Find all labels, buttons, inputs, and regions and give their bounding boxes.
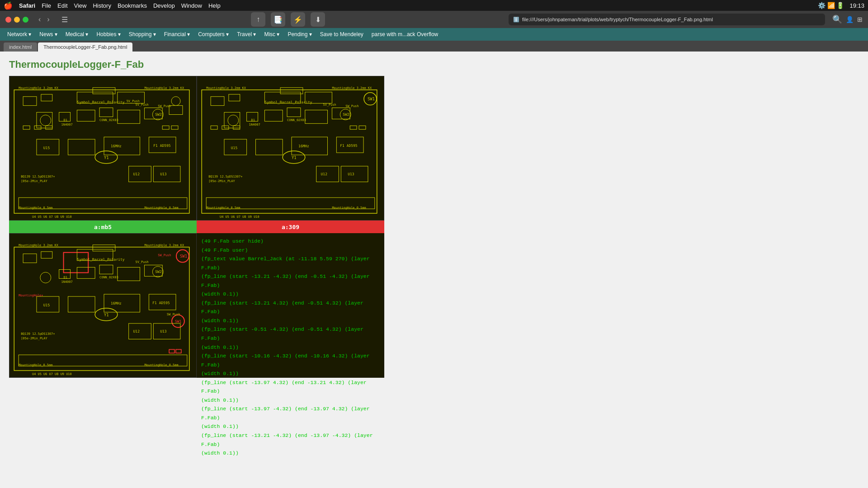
bm-mendeley[interactable]: Save to Mendeley bbox=[316, 30, 367, 38]
pcb-top-right: SW1 Y1 U15 16MHz F1 AD595 bbox=[197, 76, 384, 221]
svg-text:U13: U13 bbox=[160, 172, 167, 176]
search-icon[interactable]: 🔍 bbox=[832, 14, 842, 24]
window-menu[interactable]: Window bbox=[181, 2, 202, 9]
close-button[interactable] bbox=[5, 17, 11, 23]
apple-menu[interactable]: 🍎 bbox=[4, 1, 13, 10]
download-icon[interactable]: ⬇ bbox=[311, 12, 325, 27]
nav-buttons: ‹ › bbox=[36, 14, 52, 24]
code-line: (width 0.1)) bbox=[201, 369, 380, 378]
code-line: (width 0.1)) bbox=[201, 343, 380, 352]
bookmark-bar: Network ▾ News ▾ Medical ▾ Hobbies ▾ Sho… bbox=[0, 28, 868, 41]
bm-computers[interactable]: Computers ▾ bbox=[194, 30, 232, 38]
svg-text:D1: D1 bbox=[64, 276, 67, 279]
edit-menu[interactable]: Edit bbox=[57, 2, 67, 9]
svg-text:MountingHole_3.2mm_KX: MountingHole_3.2mm_KX bbox=[206, 86, 246, 90]
code-line: (fp_line (start -13.97 4.32) (end -13.21… bbox=[201, 378, 380, 396]
svg-text:U15: U15 bbox=[43, 146, 50, 150]
pcb-top-right-container: SW1 Y1 U15 16MHz F1 AD595 bbox=[197, 76, 384, 233]
menu-bar: 🍎 Safari File Edit View History Bookmark… bbox=[0, 0, 868, 11]
svg-text:SW_Push: SW_Push bbox=[158, 104, 171, 108]
pcb-top-left-label: a:mb5 bbox=[9, 221, 197, 233]
svg-text:D1: D1 bbox=[251, 118, 255, 122]
svg-text:SW_Push: SW_Push bbox=[158, 253, 171, 257]
bm-hobbies[interactable]: Hobbies ▾ bbox=[93, 30, 124, 38]
svg-text:U13: U13 bbox=[348, 172, 354, 176]
svg-text:Symbol_Barrel_Polarity: Symbol_Barrel_Polarity bbox=[77, 100, 124, 104]
url-text: file:///Users/johnpateman/trial/plots/we… bbox=[522, 17, 713, 22]
pcb-bottom-row: SW1 SW_Push SW2 bbox=[9, 233, 384, 378]
svg-text:SW_Push: SW_Push bbox=[345, 104, 359, 108]
svg-text:CONN_02X03: CONN_02X03 bbox=[287, 118, 306, 122]
bookmark-icon[interactable]: 📑 bbox=[271, 12, 285, 27]
svg-text:Y1: Y1 bbox=[104, 155, 109, 160]
bm-medical[interactable]: Medical ▾ bbox=[62, 30, 92, 38]
svg-text:1N4007: 1N4007 bbox=[61, 280, 73, 284]
safari-menu[interactable]: Safari bbox=[19, 2, 35, 9]
tabs-icon[interactable]: ⊞ bbox=[857, 16, 863, 23]
share-icon[interactable]: ↑ bbox=[251, 12, 265, 27]
svg-text:F1 AD595: F1 AD595 bbox=[153, 144, 170, 148]
develop-menu[interactable]: Develop bbox=[153, 2, 175, 9]
bm-shopping[interactable]: Shopping ▾ bbox=[125, 30, 160, 38]
code-line: (width 0.1)) bbox=[201, 316, 380, 325]
clock: 19:13 bbox=[849, 2, 864, 9]
pcb-top-left-svg: Y1 U15 16MHz F1 AD595 bbox=[9, 76, 196, 220]
help-menu[interactable]: Help bbox=[208, 2, 221, 9]
sidebar-button[interactable]: ☰ bbox=[58, 14, 71, 25]
bm-network[interactable]: Network ▾ bbox=[4, 30, 35, 38]
svg-text:U15: U15 bbox=[43, 303, 50, 307]
pcb-bottom-left-container: SW1 SW_Push SW2 bbox=[9, 233, 197, 378]
user-icon[interactable]: 👤 bbox=[846, 16, 854, 23]
svg-text:Y1: Y1 bbox=[292, 155, 297, 160]
svg-text:MountingHole_3.2mm_KX: MountingHole_3.2mm_KX bbox=[332, 86, 372, 90]
bookmarks-menu[interactable]: Bookmarks bbox=[118, 2, 147, 9]
svg-text:BQ139  12.5pDS1307+: BQ139 12.5pDS1307+ bbox=[21, 175, 55, 178]
pcb-top-left: Y1 U15 16MHz F1 AD595 bbox=[9, 76, 197, 221]
main-layout: Y1 U15 16MHz F1 AD595 bbox=[9, 76, 859, 378]
code-line: (fp_line (start -10.16 -4.32) (end -10.1… bbox=[201, 352, 380, 369]
svg-text:U15: U15 bbox=[231, 146, 238, 150]
pcb-top-left-container: Y1 U15 16MHz F1 AD595 bbox=[9, 76, 197, 233]
history-menu[interactable]: History bbox=[93, 2, 111, 9]
svg-text:D1: D1 bbox=[64, 118, 67, 122]
address-bar[interactable]: ℹ️ file:///Users/johnpateman/trial/plots… bbox=[509, 14, 825, 25]
svg-text:CONN_02X03: CONN_02X03 bbox=[99, 276, 118, 279]
traffic-lights bbox=[5, 17, 28, 23]
pcb-top-right-label: a:309 bbox=[197, 221, 384, 233]
bm-travel[interactable]: Travel ▾ bbox=[233, 30, 259, 38]
svg-text:Symbol_Barrel_Polarity: Symbol_Barrel_Polarity bbox=[77, 258, 124, 262]
tab-index[interactable]: index.html bbox=[4, 42, 37, 52]
svg-text:Symbol_Barrel_Polarity: Symbol_Barrel_Polarity bbox=[264, 100, 312, 104]
minimize-button[interactable] bbox=[14, 17, 20, 23]
bm-pending[interactable]: Pending ▾ bbox=[284, 30, 315, 38]
svg-rect-0 bbox=[9, 76, 196, 220]
svg-text:[05e-2Min_PLAY: [05e-2Min_PLAY bbox=[21, 337, 47, 340]
svg-text:U4   U5   U6   U7   U8   U9   : U4 U5 U6 U7 U8 U9 U10 bbox=[32, 215, 72, 219]
bm-financial[interactable]: Financial ▾ bbox=[160, 30, 193, 38]
page-title: ThermocoupleLogger-F_Fab bbox=[9, 59, 859, 70]
code-line: (49 F.Fab user) bbox=[201, 246, 380, 255]
tab-thermocouple[interactable]: ThermocoupleLogger-F_Fab.png.html bbox=[38, 42, 132, 52]
svg-text:MountingHole_0.5mm: MountingHole_0.5mm bbox=[144, 206, 178, 210]
file-menu[interactable]: File bbox=[42, 2, 51, 9]
svg-text:MountingHole+: MountingHole+ bbox=[19, 294, 43, 297]
svg-text:Y1: Y1 bbox=[104, 313, 109, 317]
title-bar: ‹ › ☰ ↑ 📑 ⚡ ⬇ ℹ️ file:///Users/johnpatem… bbox=[0, 11, 868, 28]
back-button[interactable]: ‹ bbox=[36, 14, 43, 24]
svg-text:16MHz: 16MHz bbox=[298, 144, 309, 148]
view-menu[interactable]: View bbox=[74, 2, 87, 9]
svg-text:BQ139  12.5pDS1307+: BQ139 12.5pDS1307+ bbox=[21, 332, 55, 336]
bm-parse[interactable]: parse with m...ack Overflow bbox=[368, 30, 442, 38]
tab-bar: index.html ThermocoupleLogger-F_Fab.png.… bbox=[0, 41, 868, 52]
svg-text:SW1: SW1 bbox=[180, 254, 187, 258]
svg-text:SW2: SW2 bbox=[155, 270, 162, 274]
extensions-icon[interactable]: ⚡ bbox=[291, 12, 305, 27]
pcb-bottom-left-svg: SW1 SW_Push SW2 bbox=[9, 234, 196, 377]
bm-news[interactable]: News ▾ bbox=[36, 30, 61, 38]
svg-text:U13: U13 bbox=[160, 329, 167, 333]
svg-text:[05e-2Min_PLAY: [05e-2Min_PLAY bbox=[21, 179, 47, 183]
bm-misc[interactable]: Misc ▾ bbox=[260, 30, 283, 38]
maximize-button[interactable] bbox=[23, 17, 28, 23]
code-line: (fp_line (start -13.21 -4.32) (end -0.51… bbox=[201, 272, 380, 290]
forward-button[interactable]: › bbox=[44, 14, 52, 24]
